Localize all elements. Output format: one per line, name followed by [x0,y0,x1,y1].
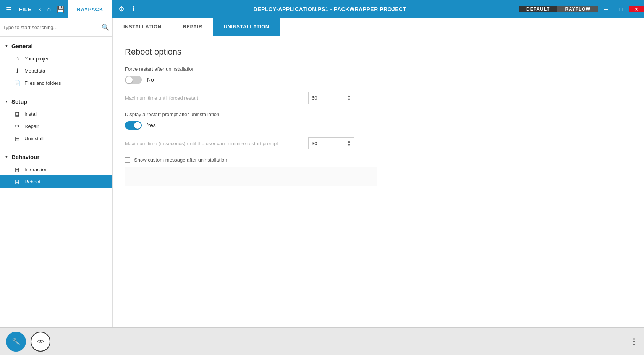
dot3 [633,344,635,345]
display-restart-knob [134,122,141,129]
sidebar-section-setup-header[interactable]: ▼ Setup [0,95,112,108]
sidebar-item-label: Metadata [24,68,45,74]
behaviour-collapse-arrow: ▼ [5,155,8,159]
default-button[interactable]: DEFAULT [519,6,557,12]
reboot-icon: ▦ [14,178,21,185]
search-icon: 🔍 [102,24,109,31]
sidebar-section-general-header[interactable]: ▼ General [0,40,112,52]
setup-label: Setup [11,98,28,105]
search-box: 🔍 [0,18,112,37]
sidebar-item-label: Repair [24,123,39,129]
files-icon: 📄 [14,80,21,86]
sidebar-item-files-folders[interactable]: 📄 Files and folders [0,77,112,89]
search-input[interactable] [3,24,102,30]
settings-icon[interactable]: ⚙ [115,5,128,13]
sidebar-item-metadata[interactable]: ℹ Metadata [0,65,112,77]
sidebar-section-setup: ▼ Setup ▦ Install ✂ Repair ▤ Uninstall [0,92,112,148]
sidebar-item-reboot[interactable]: ▦ Reboot [0,175,112,188]
title-bar: ☰ FILE ‹ ⌂ 💾 RAYPACK ⚙ ℹ DEPLOY-APPLICAT… [0,0,644,18]
repair-icon: ✂ [14,123,21,129]
sidebar: 🔍 ▼ General ⌂ Your project ℹ Metadata 📄 … [0,18,113,327]
file-menu[interactable]: FILE [15,6,36,12]
raypack-tab[interactable]: RAYPACK [68,0,112,18]
section-title: Reboot options [125,47,632,57]
window-title: DEPLOY-APPLICATION.PS1 - PACKWRAPPER PRO… [141,6,519,12]
sidebar-item-label: Your project [24,56,51,62]
wrench-icon: 🔧 [12,337,20,346]
show-custom-checkbox[interactable] [125,157,130,163]
max-time-seconds-arrows: ▲ ▼ [347,140,351,147]
close-button[interactable]: ✕ [629,6,644,12]
tabs-bar: INSTALLATION REPAIR UNINSTALLATION [113,18,644,36]
sidebar-section-behaviour: ▼ Behaviour ▦ Interaction ▦ Reboot [0,148,112,191]
sidebar-item-label: Uninstall [24,136,44,141]
max-time-value: 60 [312,95,317,101]
menu-icon[interactable]: ☰ [3,6,15,13]
window-controls: DEFAULT RAYFLOW ─ □ ✕ [519,6,644,12]
max-time-down-arrow[interactable]: ▼ [347,98,351,101]
content-area: INSTALLATION REPAIR UNINSTALLATION Reboo… [113,18,644,327]
info-icon: ℹ [14,68,21,74]
sidebar-item-label: Files and folders [24,80,61,86]
general-label: General [11,43,33,49]
max-time-seconds-row: Maximum time (in seconds) until the user… [125,137,632,149]
home-button[interactable]: ⌂ [44,6,54,13]
sidebar-item-install[interactable]: ▦ Install [0,108,112,120]
display-restart-label: Display a restart prompt after uninstall… [125,112,632,117]
code-button[interactable]: </> [31,332,50,352]
interaction-icon: ▦ [14,166,21,172]
sidebar-section-behaviour-header[interactable]: ▼ Behaviour [0,151,112,163]
sidebar-section-general: ▼ General ⌂ Your project ℹ Metadata 📄 Fi… [0,37,112,92]
max-time-spinner[interactable]: 60 ▲ ▼ [308,92,354,104]
bottom-bar: 🔧 </> [0,327,644,355]
max-time-label: Maximum time until forced restart [125,95,308,101]
sidebar-item-your-project[interactable]: ⌂ Your project [0,52,112,65]
max-time-seconds-label: Maximum time (in seconds) until the user… [125,141,308,146]
more-options-button[interactable] [630,335,638,348]
uninstall-icon: ▤ [14,135,21,141]
sidebar-item-interaction[interactable]: ▦ Interaction [0,163,112,175]
tab-uninstallation[interactable]: UNINSTALLATION [213,18,280,36]
sidebar-item-label: Reboot [24,179,40,185]
max-time-row: Maximum time until forced restart 60 ▲ ▼ [125,92,632,104]
sidebar-item-uninstall[interactable]: ▤ Uninstall [0,132,112,144]
setup-collapse-arrow: ▼ [5,99,8,104]
sidebar-item-repair[interactable]: ✂ Repair [0,120,112,132]
back-button[interactable]: ‹ [36,6,44,13]
force-restart-label: Force restart after uninstallation [125,66,632,72]
show-custom-row: Show custom message after uninstallation [125,157,632,163]
wrench-button[interactable]: 🔧 [6,332,26,352]
max-time-seconds-value: 30 [312,141,317,146]
dot1 [633,338,635,340]
save-button[interactable]: 💾 [54,6,68,13]
display-restart-value: Yes [147,122,156,128]
show-custom-label: Show custom message after uninstallation [134,157,227,163]
custom-message-textarea[interactable] [125,167,377,186]
home-icon: ⌂ [14,55,21,62]
display-restart-toggle-row: Yes [125,121,632,130]
maximize-button[interactable]: □ [613,6,629,12]
force-restart-value: No [147,77,154,83]
main-layout: 🔍 ▼ General ⌂ Your project ℹ Metadata 📄 … [0,18,644,327]
force-restart-knob [126,76,133,83]
max-time-arrows: ▲ ▼ [347,94,351,101]
max-time-seconds-down-arrow[interactable]: ▼ [347,143,351,147]
force-restart-toggle[interactable] [125,76,142,84]
behaviour-label: Behaviour [11,154,39,160]
display-restart-toggle[interactable] [125,121,142,130]
dot2 [633,341,635,342]
sidebar-item-label: Install [24,111,37,117]
sidebar-item-label: Interaction [24,167,48,172]
install-icon: ▦ [14,111,21,117]
info-icon[interactable]: ℹ [129,5,138,13]
tab-installation[interactable]: INSTALLATION [113,18,172,36]
code-icon: </> [37,339,44,344]
max-time-seconds-spinner[interactable]: 30 ▲ ▼ [308,137,354,149]
general-collapse-arrow: ▼ [5,44,8,48]
force-restart-toggle-row: No [125,76,632,84]
minimize-button[interactable]: ─ [598,6,613,12]
rayflow-button[interactable]: RAYFLOW [557,6,598,12]
tab-repair[interactable]: REPAIR [172,18,213,36]
content-scroll: Reboot options Force restart after unins… [113,36,644,327]
